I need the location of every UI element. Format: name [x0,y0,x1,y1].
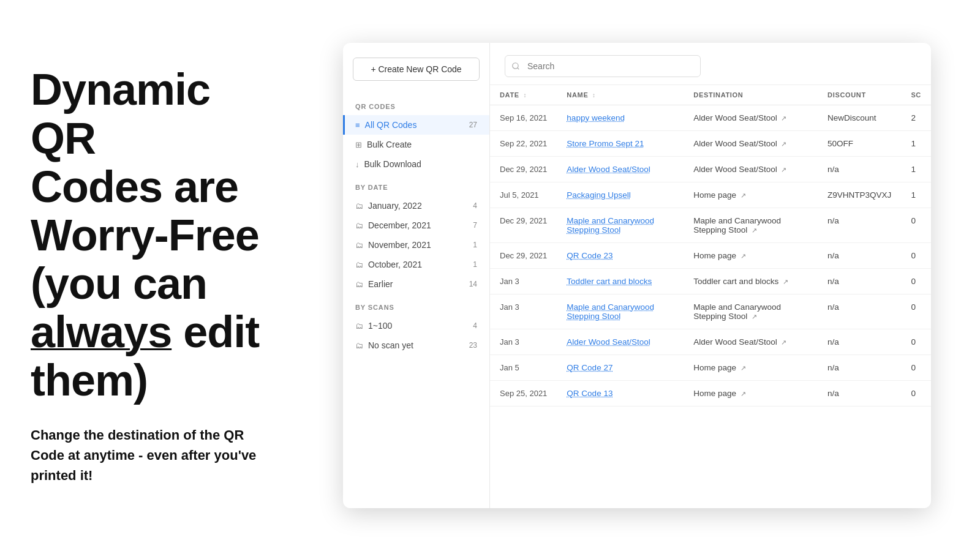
cell-date-3: Jul 5, 2021 [490,182,557,208]
qr-name-link-4[interactable]: Maple and Canarywood Stepping Stool [567,216,654,234]
col-header-discount[interactable]: DISCOUNT [818,85,901,105]
sidebar-item-oct-2021[interactable]: 🗂 October, 2021 1 [343,255,489,274]
cell-discount-5: n/a [818,243,901,269]
right-panel: + Create New QR Code QR CODES ≡ All QR C… [294,0,980,551]
external-link-icon-3[interactable]: ↗ [741,192,746,199]
qr-name-link-8[interactable]: Alder Wood Seat/Stool [567,337,650,347]
create-qr-button[interactable]: + Create New QR Code [353,58,480,81]
sidebar-item-earlier[interactable]: 🗂 Earlier 14 [343,274,489,294]
cell-destination-8: Alder Wood Seat/Stool ↗ [684,329,818,355]
table-row: Sep 25, 2021 QR Code 13 Home page ↗ n/a … [490,381,931,407]
folder-icon-no-scan: 🗂 [355,341,363,350]
sidebar-item-nov-2021[interactable]: 🗂 November, 2021 1 [343,235,489,255]
cell-discount-1: 50OFF [818,131,901,157]
cell-destination-10: Home page ↗ [684,381,818,407]
table-container: DATE ↕ NAME ↕ DESTINATION DISC [490,85,931,508]
external-link-icon-10[interactable]: ↗ [741,390,746,397]
external-link-icon-8[interactable]: ↗ [781,339,786,346]
cell-date-10: Sep 25, 2021 [490,381,557,407]
table-row: Jan 3 Alder Wood Seat/Stool Alder Wood S… [490,329,931,355]
cell-destination-6: Toddler cart and blocks ↗ [684,269,818,294]
external-link-icon-9[interactable]: ↗ [741,364,746,372]
external-link-icon-0[interactable]: ↗ [781,114,786,122]
sidebar-label-bulk-create: Bulk Create [367,140,412,149]
table-row: Dec 29, 2021 Alder Wood Seat/Stool Alder… [490,157,931,182]
cell-destination-4: Maple and Canarywood Stepping Stool ↗ [684,208,818,243]
qr-name-link-5[interactable]: QR Code 23 [567,251,612,260]
cell-destination-3: Home page ↗ [684,182,818,208]
hero-subtitle: Change the destination of the QR Code at… [31,425,263,485]
sidebar-count-earlier: 14 [469,280,477,288]
cell-name-7[interactable]: Maple and Canarywood Stepping Stool [557,294,684,329]
search-input[interactable] [505,55,701,77]
cell-discount-6: n/a [818,269,901,294]
list-icon: ≡ [355,121,360,130]
app-window: + Create New QR Code QR CODES ≡ All QR C… [343,43,931,508]
qr-name-link-9[interactable]: QR Code 27 [567,363,612,372]
left-panel: Dynamic QR Codes are Worry-Free (you can… [0,29,294,522]
sidebar-item-dec-2021[interactable]: 🗂 December, 2021 7 [343,216,489,235]
external-link-icon-5[interactable]: ↗ [741,252,746,260]
cell-date-5: Dec 29, 2021 [490,243,557,269]
cell-scans-7: 0 [901,294,931,329]
sidebar-item-bulk-download[interactable]: ↓ Bulk Download [343,154,489,174]
qr-name-link-3[interactable]: Packaging Upsell [567,190,630,200]
cell-date-7: Jan 3 [490,294,557,329]
qr-name-link-10[interactable]: QR Code 13 [567,389,612,398]
sidebar-item-no-scan[interactable]: 🗂 No scan yet 23 [343,335,489,355]
sort-icon-date: ↕ [524,92,527,99]
cell-name-5[interactable]: QR Code 23 [557,243,684,269]
table-row: Dec 29, 2021 Maple and Canarywood Steppi… [490,208,931,243]
cell-name-6[interactable]: Toddler cart and blocks [557,269,684,294]
hero-title-underlined: always [31,307,172,356]
table-row: Jul 5, 2021 Packaging Upsell Home page ↗… [490,182,931,208]
qr-name-link-2[interactable]: Alder Wood Seat/Stool [567,165,650,174]
sidebar-label-jan-2022: January, 2022 [368,201,422,211]
cell-discount-8: n/a [818,329,901,355]
cell-discount-2: n/a [818,157,901,182]
cell-name-0[interactable]: happy weekend [557,105,684,131]
sidebar-count-jan-2022: 4 [473,201,477,210]
sidebar-item-bulk-create[interactable]: ⊞ Bulk Create [343,135,489,154]
sidebar-item-all-qr-codes[interactable]: ≡ All QR Codes 27 [343,115,489,135]
cell-destination-7: Maple and Canarywood Stepping Stool ↗ [684,294,818,329]
sort-icon-name: ↕ [592,92,596,99]
col-header-name[interactable]: NAME ↕ [557,85,684,105]
sidebar-item-jan-2022[interactable]: 🗂 January, 2022 4 [343,196,489,216]
table-row: Dec 29, 2021 QR Code 23 Home page ↗ n/a … [490,243,931,269]
cell-name-9[interactable]: QR Code 27 [557,355,684,381]
cell-date-6: Jan 3 [490,269,557,294]
qr-name-link-0[interactable]: happy weekend [567,113,625,122]
cell-name-2[interactable]: Alder Wood Seat/Stool [557,157,684,182]
external-link-icon-4[interactable]: ↗ [752,227,757,234]
cell-name-10[interactable]: QR Code 13 [557,381,684,407]
sidebar-label-1-100: 1~100 [368,321,392,331]
folder-icon-jan: 🗂 [355,201,363,211]
col-header-date[interactable]: DATE ↕ [490,85,557,105]
cell-date-1: Sep 22, 2021 [490,131,557,157]
sidebar-label-bulk-download: Bulk Download [364,159,421,169]
external-link-icon-7[interactable]: ↗ [752,313,757,320]
sidebar-label-no-scan: No scan yet [368,340,413,350]
external-link-icon-1[interactable]: ↗ [781,140,786,148]
cell-scans-6: 0 [901,269,931,294]
cell-name-4[interactable]: Maple and Canarywood Stepping Stool [557,208,684,243]
table-row: Jan 3 Maple and Canarywood Stepping Stoo… [490,294,931,329]
sidebar-item-1-100[interactable]: 🗂 1~100 4 [343,316,489,335]
external-link-icon-6[interactable]: ↗ [783,278,788,285]
external-link-icon-2[interactable]: ↗ [781,166,786,173]
qr-name-link-6[interactable]: Toddler cart and blocks [567,277,652,286]
qr-name-link-7[interactable]: Maple and Canarywood Stepping Stool [567,302,654,321]
cell-scans-4: 0 [901,208,931,243]
col-header-scans[interactable]: SC [901,85,931,105]
cell-name-1[interactable]: Store Promo Sept 21 [557,131,684,157]
sidebar-label-oct-2021: October, 2021 [368,260,422,269]
cell-name-8[interactable]: Alder Wood Seat/Stool [557,329,684,355]
cell-name-3[interactable]: Packaging Upsell [557,182,684,208]
cell-date-9: Jan 5 [490,355,557,381]
qr-name-link-1[interactable]: Store Promo Sept 21 [567,139,644,148]
folder-icon-earlier: 🗂 [355,280,363,289]
qr-codes-table: DATE ↕ NAME ↕ DESTINATION DISC [490,85,931,407]
cell-date-8: Jan 3 [490,329,557,355]
col-header-destination[interactable]: DESTINATION [684,85,818,105]
